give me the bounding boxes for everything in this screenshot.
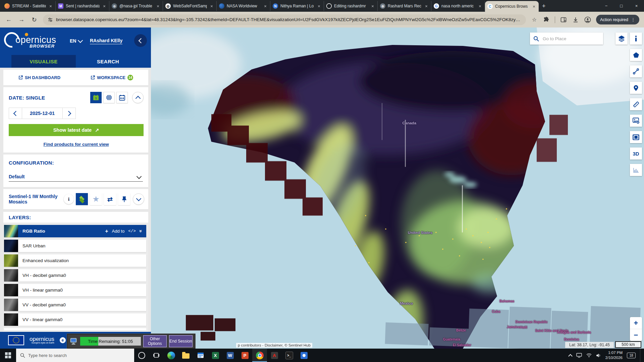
wifi-tray-icon[interactable] xyxy=(586,353,592,357)
layer-row[interactable]: VV - decibel gamma0 + Add to </> » xyxy=(4,299,146,311)
address-bar[interactable]: browser.dataspace.copernicus.eu/?zoom=4&… xyxy=(43,14,526,25)
tab-close-icon[interactable]: × xyxy=(478,4,482,9)
task-view-button[interactable] xyxy=(149,349,164,362)
terrain-3d-button[interactable]: 3D xyxy=(630,147,642,160)
tab-search[interactable]: SEARCH xyxy=(76,55,140,68)
histogram-button[interactable] xyxy=(630,164,642,176)
close-button[interactable]: × xyxy=(629,3,644,8)
volume-tray-icon[interactable] xyxy=(596,353,601,358)
tab-visualise[interactable]: VISUALISE xyxy=(11,55,76,68)
measure-tool-button[interactable] xyxy=(630,98,642,110)
tab-close-icon[interactable]: × xyxy=(263,4,268,9)
start-button[interactable] xyxy=(0,349,16,362)
download-icon[interactable] xyxy=(572,16,579,23)
teams-taskbar-icon[interactable] xyxy=(297,349,311,362)
chrome-taskbar-icon[interactable] xyxy=(252,349,267,362)
tab-close-icon[interactable]: × xyxy=(370,4,375,9)
date-range-mode-button[interactable] xyxy=(116,92,128,103)
plus-icon[interactable]: + xyxy=(105,228,108,234)
browser-tab[interactable]: G nasa north americ × xyxy=(431,1,485,11)
add-to-button[interactable]: Add to xyxy=(112,229,125,234)
place-marker-button[interactable] xyxy=(630,82,642,94)
tab-close-icon[interactable]: × xyxy=(532,4,536,9)
sh-dashboard-link[interactable]: SH DASHBOARD xyxy=(18,75,60,80)
word-taskbar-icon[interactable]: W xyxy=(223,349,237,362)
bookmark-star-icon[interactable]: ☆ xyxy=(531,16,538,23)
end-session-button[interactable]: End Session xyxy=(169,335,193,347)
new-tab-button[interactable]: + xyxy=(542,3,546,10)
dataset-compare-button[interactable]: ⇄ xyxy=(104,193,116,205)
map-viewport[interactable]: Canada United States Mexico Bahamas Cuba… xyxy=(151,27,644,349)
clock[interactable]: 1:07 PM 2/10/2026 xyxy=(605,350,623,360)
tab-close-icon[interactable]: × xyxy=(48,4,53,9)
back-button[interactable]: ← xyxy=(5,16,13,23)
browser-tab[interactable]: N Nithya Raman | Lo × xyxy=(270,1,324,11)
tab-close-icon[interactable]: × xyxy=(156,4,160,9)
go-to-place-input[interactable] xyxy=(542,36,594,42)
info-tool-button[interactable] xyxy=(630,33,642,45)
dataset-pin-button[interactable] xyxy=(118,193,130,205)
mosaic-date-mode-button[interactable] xyxy=(103,92,115,103)
side-panel-icon[interactable] xyxy=(560,16,567,23)
download-image-button[interactable] xyxy=(630,115,642,127)
browser-tab[interactable]: STREAM - Satellite × xyxy=(2,1,56,11)
configuration-select[interactable]: Default xyxy=(9,174,143,182)
draw-polygon-button[interactable] xyxy=(630,49,642,61)
dataset-layers-button[interactable] xyxy=(76,193,88,205)
layer-row[interactable]: SAR Urban + Add to </> » xyxy=(4,240,146,252)
display-tray-icon[interactable] xyxy=(576,353,582,358)
browser-tab[interactable]: ⊕ @nasa-jpl Trouble × xyxy=(109,1,163,11)
tab-close-icon[interactable]: × xyxy=(424,4,429,9)
language-selector[interactable]: EN xyxy=(70,38,82,44)
profile-avatar-icon[interactable] xyxy=(584,16,591,23)
layer-row[interactable]: RGB Ratio + Add to </> » xyxy=(4,225,146,237)
cortana-button[interactable] xyxy=(134,349,149,362)
sidebar-collapse-button[interactable] xyxy=(134,34,147,47)
layer-row[interactable]: VH - linear gamma0 + Add to </> » xyxy=(4,284,146,296)
double-chevron-down-icon[interactable]: » xyxy=(138,230,144,232)
basemap-layers-button[interactable] xyxy=(615,33,628,45)
next-date-button[interactable] xyxy=(62,108,76,119)
current-date-value[interactable]: 2025-12-01 xyxy=(22,108,62,119)
show-latest-date-button[interactable]: Show latest date ↗ xyxy=(9,124,144,136)
reload-button[interactable]: ↻ xyxy=(30,16,38,23)
other-options-button[interactable]: Other Options xyxy=(143,335,167,347)
layer-row[interactable]: Enhanced visualization + Add to </> » xyxy=(4,254,146,267)
layer-row[interactable]: VV - linear gamma0 + Add to </> » xyxy=(4,313,146,326)
user-menu[interactable]: RAshard KElly xyxy=(90,38,122,44)
forward-button[interactable]: → xyxy=(17,16,25,23)
action-required-button[interactable]: Action required ⋮ xyxy=(596,15,639,24)
zoom-out-button[interactable]: − xyxy=(630,329,642,341)
hidden-icons-chevron[interactable] xyxy=(568,354,573,358)
powerpoint-taskbar-icon[interactable]: P xyxy=(237,349,252,362)
terminal-taskbar-icon[interactable]: >_ xyxy=(282,349,297,362)
excel-taskbar-icon[interactable]: X xyxy=(208,349,223,362)
browser-tab[interactable]: NASA Worldview × xyxy=(217,1,270,11)
map-attribution[interactable]: p contributors - Disclaimer, © Sentinel … xyxy=(236,343,312,348)
workspace-link[interactable]: WORKSPACE 14 xyxy=(91,75,133,80)
browser-tab[interactable]: ⊕ Rashard Mars Rec × xyxy=(378,1,431,11)
extensions-icon[interactable] xyxy=(543,16,550,23)
zoom-in-button[interactable]: + xyxy=(630,317,642,329)
go-to-place-search[interactable] xyxy=(530,33,603,45)
browser-tab[interactable]: ◎ WebSafeFontSamp × xyxy=(163,1,217,11)
tab-close-icon[interactable]: × xyxy=(209,4,214,9)
taskbar-search[interactable]: Type here to search xyxy=(16,349,134,362)
code-editor-button[interactable]: </> xyxy=(128,229,136,234)
minimize-button[interactable]: − xyxy=(599,3,614,8)
browser-tab[interactable]: Editing rashardmr × xyxy=(324,1,378,11)
previous-date-button[interactable] xyxy=(9,108,22,119)
tab-close-icon[interactable]: × xyxy=(102,4,107,9)
tab-close-icon[interactable]: × xyxy=(317,4,321,9)
draw-line-button[interactable] xyxy=(630,65,642,77)
maximize-button[interactable]: □ xyxy=(614,3,629,8)
find-products-link[interactable]: Find products for current view xyxy=(9,141,144,147)
dataset-info-button[interactable]: i xyxy=(64,194,74,204)
layer-row[interactable]: VH - decibel gamma0 + Add to </> » xyxy=(4,269,146,282)
acrobat-taskbar-icon[interactable]: A xyxy=(267,349,282,362)
calendar-taskbar-icon[interactable] xyxy=(193,349,208,362)
show-desktop-button[interactable] xyxy=(640,349,642,362)
expand-dataset-button[interactable] xyxy=(133,193,144,205)
notification-center-button[interactable]: 18 xyxy=(627,353,636,358)
collapse-date-section-button[interactable] xyxy=(132,92,144,103)
